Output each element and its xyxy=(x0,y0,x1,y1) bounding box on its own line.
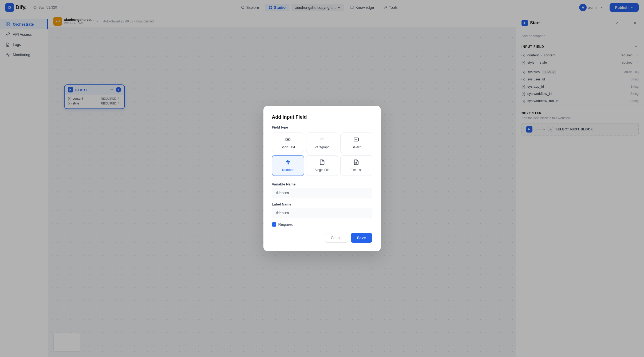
field-type-file-list[interactable]: File List xyxy=(340,155,372,176)
field-type-short-text[interactable]: Short Text xyxy=(272,133,304,153)
field-type-label: Field type xyxy=(272,125,372,129)
required-row: ✓ Required xyxy=(272,222,372,227)
modal-actions: Cancel Save xyxy=(272,233,372,243)
single-file-icon xyxy=(319,159,325,166)
required-label: Required xyxy=(278,222,294,227)
add-input-field-modal: Add Input Field Field type Short Text Pa… xyxy=(263,106,381,251)
single-file-label: Single File xyxy=(314,168,329,172)
select-label: Select xyxy=(352,145,361,149)
checkbox-check-icon: ✓ xyxy=(273,223,275,226)
field-type-paragraph[interactable]: Paragraph xyxy=(306,133,338,153)
field-type-select[interactable]: Select xyxy=(340,133,372,153)
svg-rect-31 xyxy=(354,138,358,141)
file-list-icon xyxy=(353,159,359,166)
variable-name-section: Variable Name xyxy=(272,182,372,198)
modal-title: Add Input Field xyxy=(272,114,372,120)
variable-name-input[interactable] xyxy=(272,188,372,198)
select-icon xyxy=(353,137,359,144)
paragraph-label: Paragraph xyxy=(314,145,329,149)
svg-line-34 xyxy=(287,160,287,165)
modal-overlay: Add Input Field Field type Short Text Pa… xyxy=(0,0,644,357)
cancel-button[interactable]: Cancel xyxy=(325,233,348,243)
field-type-grid: Short Text Paragraph Select xyxy=(272,133,372,176)
field-type-single-file[interactable]: Single File xyxy=(306,155,338,176)
save-button[interactable]: Save xyxy=(351,233,372,243)
variable-name-label: Variable Name xyxy=(272,182,372,186)
number-icon xyxy=(285,159,291,166)
field-type-number[interactable]: Number xyxy=(272,155,304,176)
file-list-label: File List xyxy=(351,168,362,172)
number-label: Number xyxy=(282,168,294,172)
short-text-label: Short Text xyxy=(281,145,295,149)
svg-line-35 xyxy=(288,160,289,165)
label-name-section: Label Name xyxy=(272,202,372,218)
required-checkbox[interactable]: ✓ xyxy=(272,222,276,227)
short-text-icon xyxy=(285,137,291,144)
label-name-input[interactable] xyxy=(272,208,372,218)
label-name-label: Label Name xyxy=(272,202,372,206)
paragraph-icon xyxy=(319,137,325,144)
